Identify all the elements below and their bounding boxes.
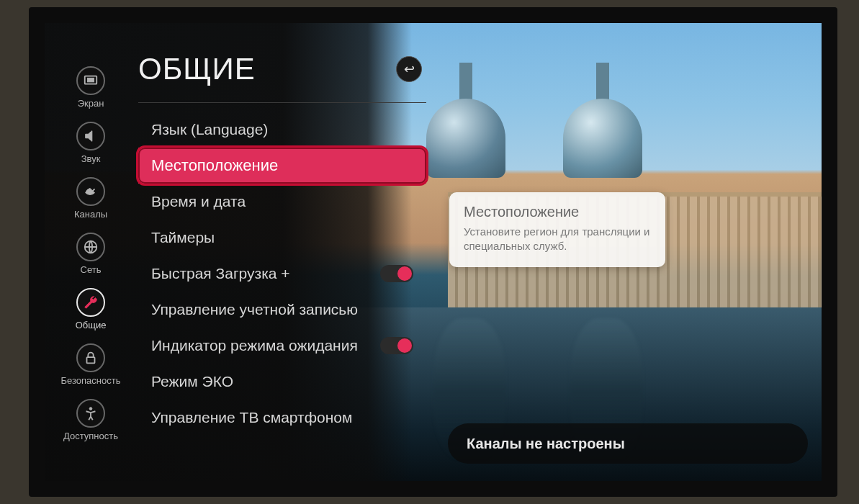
menu-item-label: Местоположение xyxy=(151,156,278,175)
tv-frame: Экран Звук Каналы Сеть xyxy=(29,7,837,497)
menu-item-language[interactable]: Язык (Language) xyxy=(138,112,426,148)
sidebar-item-sound[interactable]: Звук xyxy=(55,122,127,164)
settings-main: ОБЩИЕ ↩ Язык (Language) Местоположение В… xyxy=(138,52,426,436)
back-arrow-icon: ↩ xyxy=(404,61,415,77)
menu-item-standby-led[interactable]: Индикатор режима ожидания xyxy=(138,328,426,364)
menu-item-timers[interactable]: Таймеры xyxy=(138,220,426,256)
menu-item-quickstart[interactable]: Быстрая Загрузка + xyxy=(138,256,426,292)
sidebar-item-accessibility[interactable]: Доступность xyxy=(55,399,127,441)
sidebar-item-general[interactable]: Общие xyxy=(55,288,127,330)
description-title: Местоположение xyxy=(464,204,651,220)
settings-menu-list: Язык (Language) Местоположение Время и д… xyxy=(138,112,426,436)
svg-rect-1 xyxy=(87,78,94,82)
menu-item-label: Управление ТВ смартфоном xyxy=(151,409,352,426)
divider xyxy=(138,102,426,103)
sidebar-item-label: Сеть xyxy=(81,264,102,275)
main-header: ОБЩИЕ ↩ xyxy=(138,52,426,86)
menu-item-label: Режим ЭКО xyxy=(151,373,233,390)
menu-item-datetime[interactable]: Время и дата xyxy=(138,184,426,220)
sidebar-item-network[interactable]: Сеть xyxy=(55,233,127,275)
toggle-standby-led[interactable] xyxy=(380,337,413,354)
toggle-quickstart[interactable] xyxy=(380,265,413,282)
menu-item-label: Управление учетной записью xyxy=(151,301,358,318)
channel-status-text: Каналы не настроены xyxy=(467,436,625,452)
menu-item-eco[interactable]: Режим ЭКО xyxy=(138,364,426,400)
menu-item-label: Индикатор режима ожидания xyxy=(151,337,358,354)
svg-point-5 xyxy=(89,408,92,410)
wallpaper-detail xyxy=(563,99,642,178)
sidebar-item-channels[interactable]: Каналы xyxy=(55,177,127,220)
sidebar-item-label: Безопасность xyxy=(61,375,121,386)
speaker-icon xyxy=(76,122,105,150)
menu-item-label: Таймеры xyxy=(151,229,215,246)
display-icon xyxy=(76,66,105,95)
sidebar-item-label: Доступность xyxy=(63,431,118,441)
menu-item-location[interactable]: Местоположение xyxy=(138,148,426,184)
sidebar-item-label: Общие xyxy=(76,320,107,330)
menu-item-label: Время и дата xyxy=(151,193,246,210)
lock-icon xyxy=(76,343,105,372)
menu-item-label: Быстрая Загрузка + xyxy=(151,265,290,282)
description-body: Установите регион для трансляции и специ… xyxy=(464,225,651,253)
back-button[interactable]: ↩ xyxy=(396,56,422,82)
channel-status-pill: Каналы не настроены xyxy=(448,423,808,464)
menu-item-tv-phone[interactable]: Управление ТВ смартфоном xyxy=(138,400,426,436)
svg-rect-4 xyxy=(87,357,95,363)
menu-item-label: Язык (Language) xyxy=(151,121,268,138)
accessibility-icon xyxy=(76,399,105,428)
settings-sidebar: Экран Звук Каналы Сеть xyxy=(55,66,127,474)
sidebar-item-security[interactable]: Безопасность xyxy=(55,343,127,386)
description-card: Местоположение Установите регион для тра… xyxy=(449,192,665,267)
wrench-icon xyxy=(76,288,105,317)
menu-item-account[interactable]: Управление учетной записью xyxy=(138,292,426,328)
page-title: ОБЩИЕ xyxy=(138,52,256,86)
satellite-dish-icon xyxy=(76,177,105,206)
globe-icon xyxy=(76,233,105,261)
wallpaper-detail xyxy=(426,99,505,178)
screen: Экран Звук Каналы Сеть xyxy=(45,23,822,481)
sidebar-item-screen[interactable]: Экран xyxy=(55,66,127,109)
sidebar-item-label: Каналы xyxy=(74,209,107,220)
sidebar-item-label: Звук xyxy=(81,153,101,164)
sidebar-item-label: Экран xyxy=(78,98,104,109)
